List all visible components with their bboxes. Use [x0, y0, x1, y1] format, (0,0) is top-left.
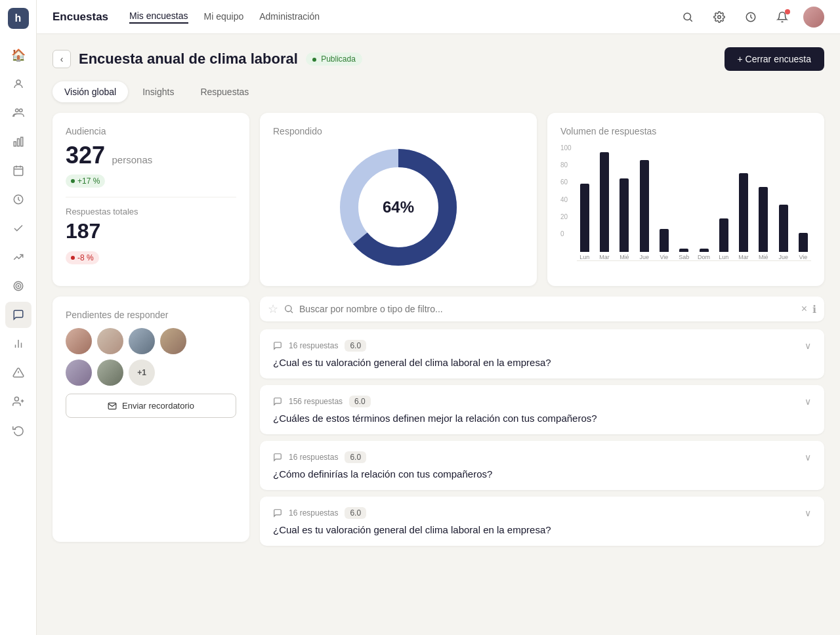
- sidebar-icon-target[interactable]: [5, 273, 32, 299]
- sidebar-icon-chart[interactable]: [5, 129, 32, 155]
- logo[interactable]: h: [8, 8, 29, 29]
- question-card-2[interactable]: 156 respuestas 6.0 ∨ ¿Cuáles de estos té…: [260, 385, 824, 434]
- svg-rect-6: [14, 167, 23, 176]
- bar-label-lun1: Lun: [579, 254, 589, 260]
- bar-label-sab: Sab: [679, 254, 689, 260]
- star-button[interactable]: ☆: [268, 302, 278, 316]
- question-2-meta: 156 respuestas 6.0 ∨: [273, 396, 811, 407]
- audience-change-badge: +17 %: [66, 174, 105, 188]
- time-button[interactable]: [740, 7, 761, 28]
- filter-clear-button[interactable]: ×: [801, 303, 807, 315]
- audience-change-dot: [71, 179, 75, 183]
- filter-bar: ☆ × ℹ: [260, 297, 824, 321]
- bar-lun2: [719, 218, 728, 252]
- question-4-responses: 16 respuestas: [289, 508, 338, 518]
- avatar-more[interactable]: +1: [129, 359, 155, 386]
- question-4-meta: 16 respuestas 6.0 ∨: [273, 507, 811, 519]
- svg-rect-4: [17, 139, 19, 146]
- avatar-1: [66, 328, 92, 354]
- sidebar-icon-home[interactable]: 🏠: [5, 42, 32, 68]
- question-1-expand[interactable]: ∨: [805, 340, 811, 351]
- topnav-link-mi-equipo[interactable]: Mi equipo: [204, 11, 244, 23]
- sidebar-icon-check[interactable]: [5, 215, 32, 241]
- question-2-expand[interactable]: ∨: [805, 396, 811, 407]
- responses-label: Respuestas totales: [66, 207, 236, 216]
- bar-label-vie2: Vie: [799, 254, 807, 260]
- avatar-5: [66, 359, 92, 386]
- bar-label-mar1: Mar: [599, 254, 610, 260]
- topnav-link-administracion[interactable]: Administración: [259, 11, 320, 23]
- tab-vision-global[interactable]: Visión global: [52, 81, 128, 102]
- bar-label-lun2: Lun: [719, 254, 728, 260]
- back-button[interactable]: ‹: [52, 50, 71, 68]
- question-1-score: 6.0: [345, 340, 366, 352]
- svg-point-28: [285, 306, 291, 312]
- sidebar-icon-user[interactable]: [5, 71, 32, 97]
- topnav-link-mis-encuestas[interactable]: Mis encuestas: [129, 10, 188, 24]
- bar-vie1: [660, 229, 669, 252]
- svg-point-0: [16, 80, 20, 84]
- y-label-100: 100: [560, 144, 572, 152]
- bar-label-dom: Dom: [698, 254, 710, 260]
- sidebar-icon-warning[interactable]: [5, 359, 32, 386]
- question-3-meta: 16 respuestas 6.0 ∨: [273, 451, 811, 463]
- bar-lun1: [580, 184, 589, 252]
- svg-point-24: [718, 15, 721, 18]
- audience-card: Audiencia 327 personas +17 % Respuestas …: [52, 113, 249, 286]
- sidebar-icon-survey[interactable]: [5, 302, 32, 328]
- search-icon: [284, 304, 294, 314]
- question-4-expand[interactable]: ∨: [805, 508, 811, 518]
- y-label-80: 80: [560, 161, 572, 169]
- bottom-row: Pendientes de responder +1 Enviar record…: [52, 297, 824, 552]
- bar-label-mar2: Mar: [738, 254, 749, 260]
- sidebar-icon-group[interactable]: [5, 100, 32, 126]
- question-card-1[interactable]: 16 respuestas 6.0 ∨ ¿Cual es tu valoraci…: [260, 329, 824, 379]
- tab-insights[interactable]: Insights: [131, 81, 186, 102]
- responses-change-dot: [71, 256, 75, 260]
- settings-button[interactable]: [709, 7, 730, 28]
- sidebar-icon-clock[interactable]: [5, 186, 32, 213]
- sidebar-icon-calendar[interactable]: [5, 157, 32, 184]
- donut-title: Respondido: [273, 126, 524, 136]
- status-badge: Publicada: [306, 52, 362, 66]
- search-button[interactable]: [677, 7, 698, 28]
- donut-card: Respondido 64%: [260, 113, 537, 286]
- question-2-text: ¿Cuáles de estos términos definen mejor …: [273, 413, 811, 424]
- svg-point-22: [684, 13, 691, 20]
- notification-button[interactable]: [772, 7, 793, 28]
- tab-respuestas[interactable]: Respuestas: [188, 81, 261, 102]
- stats-row: Audiencia 327 personas +17 % Respuestas …: [52, 113, 824, 286]
- bar-label-mie1: Mié: [620, 254, 629, 260]
- chat-icon-3: [273, 453, 282, 462]
- svg-rect-5: [20, 137, 22, 146]
- question-3-responses: 16 respuestas: [289, 453, 338, 462]
- send-reminder-button[interactable]: Enviar recordatorio: [66, 394, 236, 418]
- question-3-expand[interactable]: ∨: [805, 452, 811, 462]
- filter-info-button[interactable]: ℹ: [812, 303, 816, 316]
- question-card-3[interactable]: 16 respuestas 6.0 ∨ ¿Cómo definirías la …: [260, 441, 824, 490]
- bar-label-jue1: Jue: [639, 254, 649, 260]
- user-avatar[interactable]: [803, 7, 824, 28]
- close-survey-button[interactable]: + Cerrar encuesta: [724, 47, 824, 71]
- sidebar-icon-add-user[interactable]: [5, 388, 32, 415]
- question-card-4[interactable]: 16 respuestas 6.0 ∨ ¿Cual es tu valoraci…: [260, 497, 824, 546]
- bar-sab: [679, 249, 688, 252]
- page-title: Encuesta anual de clima laboral: [79, 51, 298, 68]
- topnav-actions: [677, 7, 824, 28]
- pendientes-title: Pendientes de responder: [66, 310, 236, 320]
- topnav-title: Encuestas: [52, 10, 108, 24]
- bar-chart-title: Volumen de respuestas: [560, 126, 811, 136]
- audience-number: 327: [66, 142, 105, 169]
- notification-dot: [785, 9, 790, 14]
- y-label-20: 20: [560, 213, 572, 220]
- sidebar-icon-trending[interactable]: [5, 244, 32, 270]
- filter-input[interactable]: [299, 304, 796, 314]
- chat-icon-4: [273, 508, 282, 518]
- chat-icon-1: [273, 341, 282, 350]
- page-header: ‹ Encuesta anual de clima laboral Public…: [52, 47, 824, 71]
- y-label-60: 60: [560, 178, 572, 186]
- sidebar-icon-analytics[interactable]: [5, 331, 32, 357]
- svg-line-23: [690, 19, 692, 21]
- sidebar-icon-history[interactable]: [5, 417, 32, 443]
- avatar-6: [97, 359, 123, 386]
